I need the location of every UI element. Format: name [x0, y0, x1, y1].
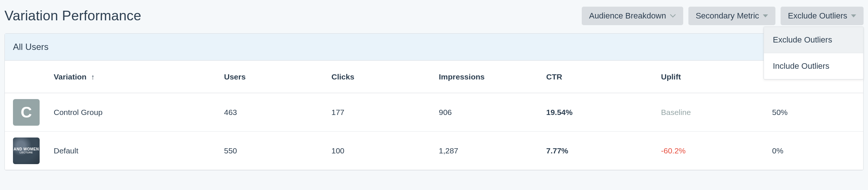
variation-name[interactable]: Default — [54, 146, 224, 155]
audience-breakdown-label: Audience Breakdown — [589, 11, 666, 21]
variation-thumbnail-default: AND WOMEN LECTURE — [13, 138, 40, 164]
row-thumb-cell: AND WOMEN LECTURE — [13, 138, 54, 164]
outliers-dropdown: Exclude Outliers Include Outliers — [764, 27, 864, 79]
page-root: Variation Performance Audience Breakdown… — [0, 0, 868, 170]
results-table: All Users Variation ↑ Users Clicks Impre… — [4, 33, 864, 170]
sort-asc-icon: ↑ — [91, 73, 95, 81]
exclude-outliers-label: Exclude Outliers — [788, 11, 847, 21]
column-variation[interactable]: Variation ↑ — [54, 72, 224, 81]
thumbnail-letter: C — [21, 104, 32, 121]
thumbnail-text-line1: AND WOMEN — [14, 147, 39, 151]
column-ctr[interactable]: CTR — [546, 72, 661, 81]
table-row: AND WOMEN LECTURE Default 550 100 1,287 … — [5, 132, 863, 170]
ctr-value: 7.77% — [546, 146, 661, 155]
row-thumb-cell: C — [13, 99, 54, 126]
variation-thumbnail-control: C — [13, 99, 40, 126]
table-row: C Control Group 463 177 906 19.54% Basel… — [5, 93, 863, 132]
table-header-row: Variation ↑ Users Clicks Impressions CTR… — [5, 61, 863, 93]
conf-value: 50% — [772, 108, 855, 117]
column-users[interactable]: Users — [224, 72, 331, 81]
column-clicks[interactable]: Clicks — [331, 72, 439, 81]
users-value: 463 — [224, 108, 331, 117]
exclude-outliers-button[interactable]: Exclude Outliers — [781, 7, 864, 25]
impressions-value: 906 — [439, 108, 546, 117]
header-row: Variation Performance Audience Breakdown… — [4, 7, 864, 25]
secondary-metric-label: Secondary Metric — [696, 11, 759, 21]
conf-value: 0% — [772, 146, 855, 155]
chevron-down-icon — [670, 14, 676, 18]
column-uplift[interactable]: Uplift — [661, 72, 772, 81]
thumbnail-text-line2: LECTURE — [20, 151, 33, 154]
audience-breakdown-button[interactable]: Audience Breakdown — [582, 7, 683, 25]
users-value: 550 — [224, 146, 331, 155]
column-variation-label: Variation — [54, 72, 87, 81]
outliers-option-include[interactable]: Include Outliers — [764, 53, 863, 79]
clicks-value: 100 — [331, 146, 439, 155]
column-impressions[interactable]: Impressions — [439, 72, 546, 81]
caret-down-icon — [763, 14, 768, 17]
controls-group: Audience Breakdown Secondary Metric Excl… — [582, 7, 864, 25]
ctr-value: 19.54% — [546, 108, 661, 117]
caret-down-icon — [851, 14, 856, 17]
secondary-metric-button[interactable]: Secondary Metric — [688, 7, 775, 25]
segment-row[interactable]: All Users — [5, 34, 863, 61]
page-title: Variation Performance — [4, 8, 141, 24]
uplift-value: -60.2% — [661, 146, 772, 155]
uplift-value: Baseline — [661, 108, 772, 117]
outliers-option-exclude[interactable]: Exclude Outliers — [764, 27, 863, 53]
variation-name[interactable]: Control Group — [54, 108, 224, 117]
clicks-value: 177 — [331, 108, 439, 117]
impressions-value: 1,287 — [439, 146, 546, 155]
segment-label: All Users — [13, 42, 49, 52]
